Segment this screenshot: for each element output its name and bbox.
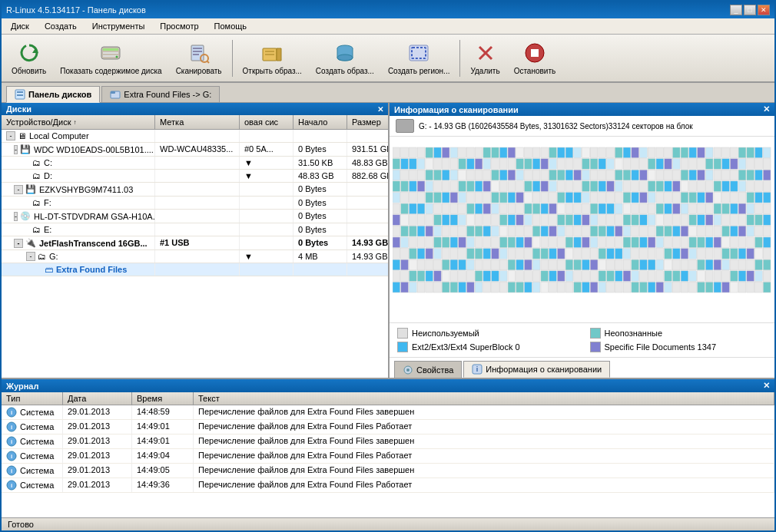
svg-rect-511 <box>574 259 582 270</box>
disk-row-g[interactable]: - 🗂 G: ▼ 4 MB 14.93 GB <box>2 250 388 263</box>
svg-rect-65 <box>689 147 697 158</box>
svg-rect-319 <box>508 215 516 226</box>
menu-help[interactable]: Помощь <box>208 20 254 32</box>
svg-rect-317 <box>492 215 499 226</box>
svg-rect-223 <box>475 192 483 203</box>
expand-hldt[interactable]: - <box>14 212 18 221</box>
expand-wdc[interactable]: - <box>14 145 18 154</box>
journal-row[interactable]: i Система 29.01.2013 14:48:59 Перечислен… <box>2 405 774 420</box>
svg-rect-179 <box>492 181 499 192</box>
disk-row-hldt[interactable]: - 💿 HL-DT-STDVDRAM GSA-H10A... 0 Bytes <box>2 210 388 223</box>
svg-text:i: i <box>11 409 12 416</box>
svg-rect-479 <box>689 249 697 259</box>
svg-rect-102 <box>615 159 622 170</box>
show-disk-button[interactable]: Показать содержимое диска <box>55 38 167 78</box>
minimize-button[interactable]: _ <box>730 5 742 15</box>
tab-scan-info[interactable]: i Информация о сканировании <box>463 361 610 378</box>
tab-properties[interactable]: Свойства <box>394 361 462 378</box>
menu-disk[interactable]: Диск <box>5 20 35 32</box>
tab-extra-files[interactable]: Extra Found Files -> G: <box>101 86 220 102</box>
disk-row-f[interactable]: 🗂 F: 0 Bytes <box>2 197 388 210</box>
journal-row[interactable]: i Система 29.01.2013 14:49:36 Перечислен… <box>2 478 774 493</box>
journal-row[interactable]: i Система 29.01.2013 14:49:01 Перечислен… <box>2 435 774 449</box>
expand-local[interactable]: - <box>6 131 15 140</box>
disk-row-e[interactable]: 🗂 E: 0 Bytes <box>2 223 388 236</box>
maximize-button[interactable]: □ <box>744 5 756 15</box>
stop-button[interactable]: Остановить <box>509 38 562 78</box>
journal-row[interactable]: i Система 29.01.2013 14:49:04 Перечислен… <box>2 449 774 464</box>
svg-rect-604 <box>582 282 590 292</box>
col-fs[interactable]: овая сис <box>240 115 293 129</box>
journal-close[interactable]: ✕ <box>763 381 770 391</box>
disk-row-extra[interactable]: 🗃 Extra Found Files <box>2 263 388 276</box>
menu-view[interactable]: Просмотр <box>154 20 204 32</box>
menu-create[interactable]: Создать <box>38 20 83 32</box>
open-image-button[interactable]: Открыть образ... <box>237 38 307 78</box>
svg-rect-539 <box>426 271 433 282</box>
disk-row-c[interactable]: 🗂 C: ▼ 31.50 KB 48.83 GB <box>2 157 388 170</box>
svg-rect-112 <box>698 159 705 170</box>
scan-button[interactable]: Сканировать <box>171 38 227 78</box>
col-device[interactable]: Устройство/Диск ↑ <box>2 115 155 129</box>
expand-ezkvs[interactable]: - <box>14 185 23 194</box>
col-label[interactable]: Метка <box>155 115 240 129</box>
svg-rect-555 <box>557 271 565 282</box>
svg-rect-334 <box>632 215 639 226</box>
svg-rect-415 <box>541 237 549 248</box>
tab-extra-files-label: Extra Found Files -> G: <box>124 90 211 99</box>
refresh-button[interactable]: Обновить <box>6 38 51 78</box>
disk-row-d[interactable]: 🗂 D: ▼ 48.83 GB 882.68 GB <box>2 170 388 183</box>
menu-tools[interactable]: Инструменты <box>86 20 151 32</box>
info-panel-close[interactable]: ✕ <box>763 104 770 114</box>
svg-rect-136 <box>516 170 524 180</box>
disk-row-jetflash[interactable]: - 🔌 JetFlashTranscend 16GB... #1 USB 0 B… <box>2 236 388 250</box>
disk-row-local[interactable]: - 🖥 Local Computer <box>2 130 388 143</box>
svg-rect-506 <box>532 259 540 270</box>
svg-rect-352 <box>401 226 409 236</box>
svg-rect-545 <box>475 271 483 282</box>
svg-rect-387 <box>689 226 697 236</box>
disk-panel-close[interactable]: ✕ <box>377 105 383 114</box>
svg-rect-608 <box>615 282 622 292</box>
create-image-button[interactable]: Создать образ... <box>310 38 380 78</box>
svg-rect-392 <box>730 226 738 236</box>
tab-disk-panel[interactable]: Панель дисков <box>6 86 100 103</box>
col-start[interactable]: Начало <box>293 115 347 129</box>
disk-row-ezkvs[interactable]: - 💾 EZKVSHYBG9M7411.03 0 Bytes <box>2 183 388 197</box>
disk-list[interactable]: - 🖥 Local Computer - 💾 WDC WD10EADS-00L5… <box>2 130 388 378</box>
svg-rect-259 <box>393 203 400 214</box>
svg-rect-181 <box>508 181 516 192</box>
svg-rect-454 <box>483 249 491 259</box>
expand-jetflash[interactable]: - <box>14 239 23 248</box>
disk-row-wdc[interactable]: - 💾 WDC WD10EADS-00L5B101.... WD-WCAU483… <box>2 143 388 157</box>
svg-rect-288 <box>632 203 639 214</box>
svg-rect-410 <box>499 237 507 248</box>
svg-rect-53 <box>590 147 598 158</box>
svg-rect-209 <box>738 181 746 192</box>
svg-rect-54 <box>599 147 606 158</box>
svg-rect-85 <box>475 159 483 170</box>
svg-rect-31 <box>409 147 416 158</box>
journal-row[interactable]: i Система 29.01.2013 14:49:05 Перечислен… <box>2 464 774 478</box>
svg-rect-92 <box>532 159 540 170</box>
create-region-button[interactable]: Создать регион... <box>383 38 456 78</box>
journal-time: 14:49:01 <box>132 420 194 434</box>
svg-rect-124 <box>417 170 425 180</box>
close-button[interactable]: ✕ <box>758 5 770 15</box>
svg-rect-486 <box>747 249 754 259</box>
svg-rect-395 <box>755 226 763 236</box>
journal-list[interactable]: i Система 29.01.2013 14:48:59 Перечислен… <box>2 405 774 517</box>
svg-rect-287 <box>623 203 631 214</box>
expand-g[interactable]: - <box>26 252 35 261</box>
svg-rect-61 <box>656 147 664 158</box>
delete-button[interactable]: Удалить <box>465 38 505 78</box>
svg-rect-367 <box>524 226 532 236</box>
svg-rect-616 <box>681 282 688 292</box>
svg-rect-554 <box>549 271 557 282</box>
svg-rect-543 <box>459 271 466 282</box>
svg-rect-133 <box>492 170 499 180</box>
svg-rect-216 <box>417 192 425 203</box>
journal-row[interactable]: i Система 29.01.2013 14:49:01 Перечислен… <box>2 420 774 435</box>
svg-rect-251 <box>705 192 713 203</box>
svg-rect-452 <box>466 249 474 259</box>
